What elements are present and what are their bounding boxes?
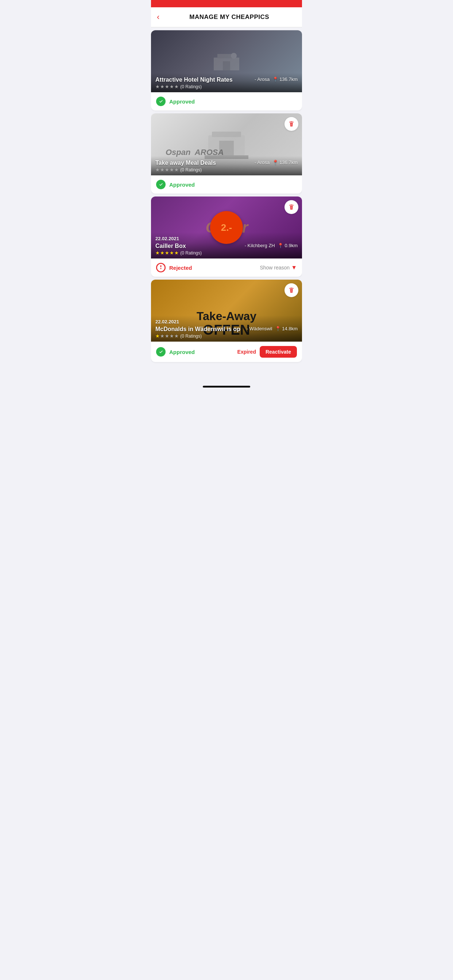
card-2-status-label: Approved xyxy=(169,181,195,188)
card-4: Take-AwayOFFEN 22.02.2021 McDonalds in W… xyxy=(151,280,302,362)
card-4-status-icon xyxy=(156,347,166,356)
card-3-status-label: Rejected xyxy=(169,265,192,271)
card-4-ratings: (0 Ratings) xyxy=(179,334,202,339)
home-indicator xyxy=(151,380,302,390)
card-1-location: - Arosa 📍 136.7km xyxy=(253,76,298,82)
star-2-1: ★ xyxy=(155,167,160,172)
card-4-date: 22.02.2021 xyxy=(155,319,298,325)
star-4-4: ★ xyxy=(170,333,174,339)
star-1-5: ★ xyxy=(174,84,179,89)
card-2-ratings: (0 Ratings) xyxy=(179,167,202,172)
chevron-down-icon: ▼ xyxy=(291,264,297,271)
star-4-2: ★ xyxy=(160,333,164,339)
card-1-ratings: (0 Ratings) xyxy=(179,84,202,89)
card-4-image: Take-AwayOFFEN 22.02.2021 McDonalds in W… xyxy=(151,280,302,342)
star-4-5: ★ xyxy=(174,333,179,339)
card-1-title: Attractive Hotel Night Rates xyxy=(155,76,233,83)
svg-rect-2 xyxy=(223,61,230,70)
svg-rect-5 xyxy=(212,132,241,137)
card-4-location: - Wädenswil 📍 14.8km xyxy=(245,326,298,331)
status-bar xyxy=(151,0,302,7)
reactivate-button[interactable]: Reactivate xyxy=(260,346,297,358)
card-2-image: Take away Meal Deals - Arosa 📍 136.7km ★… xyxy=(151,113,302,175)
back-button[interactable]: ‹ xyxy=(157,12,162,22)
card-1-overlay: Attractive Hotel Night Rates - Arosa 📍 1… xyxy=(151,73,302,92)
card-3-ratings: (0 Ratings) xyxy=(179,250,202,256)
star-2-2: ★ xyxy=(160,167,164,172)
card-1-status-icon xyxy=(156,97,166,106)
card-1: Attractive Hotel Night Rates - Arosa 📍 1… xyxy=(151,30,302,110)
star-1-2: ★ xyxy=(160,84,164,89)
star-3-3: ★ xyxy=(165,250,169,256)
card-4-overlay: 22.02.2021 McDonalds in Wädenswil is op … xyxy=(151,315,302,342)
star-3-4: ★ xyxy=(170,250,174,256)
star-3-2: ★ xyxy=(160,250,164,256)
star-4-1: ★ xyxy=(155,333,160,339)
card-3-image: Cailler 2.- 22.02.2021 Cailler Box - Kil… xyxy=(151,197,302,258)
card-2-title: Take away Meal Deals xyxy=(155,160,216,166)
card-1-footer: Approved xyxy=(151,92,302,110)
card-2: Take away Meal Deals - Arosa 📍 136.7km ★… xyxy=(151,113,302,194)
svg-point-3 xyxy=(231,53,237,59)
svg-rect-6 xyxy=(219,141,234,155)
card-2-status-icon xyxy=(156,180,166,189)
show-reason-btn[interactable]: Show reason ▼ xyxy=(260,264,297,271)
card-4-status-label: Approved xyxy=(169,349,195,355)
expired-label: Expired xyxy=(238,349,256,355)
card-2-location: - Arosa 📍 136.7km xyxy=(253,160,298,165)
home-bar xyxy=(203,386,250,388)
card-3-delete-btn[interactable] xyxy=(284,200,298,214)
star-3-1: ★ xyxy=(155,250,160,256)
card-3-title: Cailler Box xyxy=(155,243,186,250)
star-3-5: ★ xyxy=(174,250,179,256)
card-3: Cailler 2.- 22.02.2021 Cailler Box - Kil… xyxy=(151,197,302,277)
star-2-5: ★ xyxy=(174,167,179,172)
star-1-3: ★ xyxy=(165,84,169,89)
card-1-status-label: Approved xyxy=(169,99,195,105)
card-1-image: Attractive Hotel Night Rates - Arosa 📍 1… xyxy=(151,30,302,92)
card-4-delete-btn[interactable] xyxy=(284,283,298,297)
card-3-location: - Kilchberg ZH 📍 0.9km xyxy=(243,243,298,248)
card-4-footer: Approved Expired Reactivate xyxy=(151,342,302,362)
card-3-status-icon xyxy=(156,263,166,272)
star-1-1: ★ xyxy=(155,84,160,89)
card-2-footer: Approved xyxy=(151,175,302,194)
card-4-title: McDonalds in Wädenswil is op xyxy=(155,326,240,332)
scroll-area: Attractive Hotel Night Rates - Arosa 📍 1… xyxy=(151,27,302,380)
card-2-overlay: Take away Meal Deals - Arosa 📍 136.7km ★… xyxy=(151,156,302,175)
show-reason-label: Show reason xyxy=(260,265,290,270)
star-1-4: ★ xyxy=(170,84,174,89)
page-title: MANAGE MY CHEAPPICS xyxy=(162,13,296,21)
card-3-footer: Rejected Show reason ▼ xyxy=(151,258,302,277)
star-4-3: ★ xyxy=(165,333,169,339)
card-2-delete-btn[interactable] xyxy=(284,117,298,131)
header: ‹ MANAGE MY CHEAPPICS xyxy=(151,7,302,27)
star-2-4: ★ xyxy=(170,167,174,172)
star-2-3: ★ xyxy=(165,167,169,172)
cailler-circle: 2.- xyxy=(210,211,243,244)
